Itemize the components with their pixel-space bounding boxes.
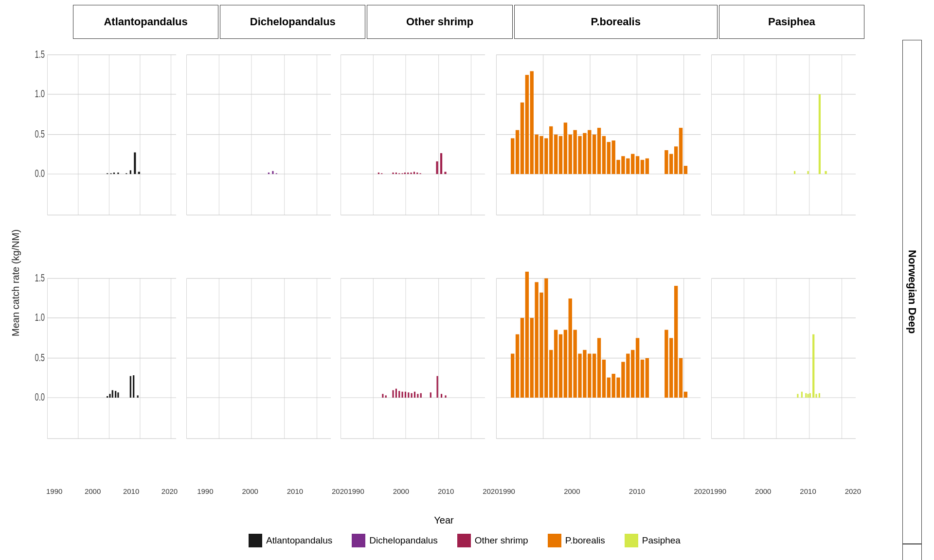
x-tick-2010-4: 2010 [629,487,645,495]
svg-rect-211 [631,350,634,398]
svg-rect-214 [645,358,648,398]
svg-rect-114 [794,171,795,174]
norwegian-deep-label: Norwegian Deep [902,40,922,544]
svg-rect-19 [130,170,131,174]
svg-rect-236 [816,394,817,398]
chart-pbor-skag [490,263,707,487]
panel-other-norw [336,40,490,263]
panel-other-skag [336,263,490,487]
panel-pas-norw [706,40,861,263]
svg-rect-90 [607,142,610,174]
svg-rect-54 [413,172,415,174]
svg-text:1.0: 1.0 [35,311,45,323]
right-label-norwegian: Norwegian Deep [861,40,924,544]
top-label-othershrimp: Other shrimp [367,5,512,39]
svg-rect-71 [516,130,519,174]
svg-rect-115 [808,171,809,174]
svg-rect-191 [535,282,538,398]
x-tick-1990-2: 1990 [197,487,213,495]
chart-atl-skag: 1.5 1.0 0.5 0.0 [27,263,181,487]
svg-rect-190 [530,318,533,398]
top-label-dichelopandalus: Dichelopandalus [220,5,365,39]
svg-rect-33 [272,171,273,174]
x-tick-2000-4: 2000 [564,487,580,495]
svg-rect-200 [578,354,581,398]
svg-rect-164 [398,391,400,398]
svg-rect-187 [516,334,519,398]
svg-rect-132 [107,396,108,398]
svg-rect-138 [133,375,134,398]
svg-rect-97 [641,160,644,174]
legend: Atlantopandalus Dichelopandalus Other sh… [5,526,924,555]
svg-rect-101 [674,146,678,174]
svg-rect-70 [511,138,514,174]
svg-rect-92 [616,160,620,174]
svg-rect-234 [809,393,811,398]
svg-rect-88 [597,128,601,174]
legend-label-pborealis: P.borealis [565,535,605,546]
svg-rect-80 [559,136,562,174]
svg-rect-57 [436,161,438,174]
svg-rect-102 [679,128,683,174]
svg-rect-215 [665,330,668,398]
legend-label-atlantopandalus: Atlantopandalus [266,535,332,546]
legend-othershrimp: Other shrimp [457,534,528,547]
svg-rect-116 [819,94,821,174]
svg-rect-89 [602,136,606,174]
svg-rect-208 [616,378,620,398]
svg-text:1.0: 1.0 [35,88,45,99]
svg-rect-172 [430,392,431,398]
svg-rect-209 [621,362,625,398]
chart-other-skag [336,263,490,487]
svg-rect-206 [607,378,610,398]
main-area: Mean catch rate (kg/NM) [5,40,924,526]
svg-rect-198 [568,298,572,398]
x-tick-2000-5: 2000 [755,487,771,495]
svg-rect-217 [674,286,678,398]
panel-dich-norw [181,40,336,263]
svg-text:0.5: 0.5 [35,351,45,363]
svg-rect-160 [382,394,383,398]
panel-atl-skag: 1.5 1.0 0.5 0.0 [27,263,181,487]
x-tick-1990-3: 1990 [348,487,364,495]
svg-rect-161 [385,395,387,398]
svg-rect-231 [801,392,803,398]
panel-pbor-skag [490,263,707,487]
x-tick-2000-3: 2000 [393,487,409,495]
svg-rect-165 [402,392,403,398]
svg-rect-15 [110,173,112,174]
svg-rect-56 [420,173,421,174]
svg-rect-17 [117,173,119,174]
right-labels: Norwegian Deep Skagerrak [861,40,924,526]
svg-rect-134 [112,390,113,398]
svg-rect-78 [549,126,553,174]
top-label-atlantopandalus: Atlantopandalus [73,5,218,39]
row-skagerrak: 1.5 1.0 0.5 0.0 [27,263,861,487]
svg-rect-167 [408,392,409,398]
x-tick-2000-2: 2000 [242,487,258,495]
svg-rect-162 [393,390,394,398]
chart-atl-norw: 1.5 1.0 0.5 0.0 [27,40,181,263]
svg-rect-53 [411,173,412,174]
svg-rect-55 [416,173,418,174]
svg-rect-58 [440,153,442,174]
chart-container: Atlantopandalus Dichelopandalus Other sh… [0,0,934,560]
svg-rect-50 [402,173,403,174]
legend-pasiphea: Pasiphea [625,534,681,547]
svg-rect-77 [544,138,548,174]
svg-rect-76 [539,136,543,174]
legend-label-dichelopandalus: Dichelopandalus [369,535,438,546]
svg-rect-94 [626,158,629,174]
svg-rect-79 [554,135,557,174]
svg-rect-14 [107,173,108,174]
svg-rect-34 [275,173,277,174]
svg-rect-173 [437,376,438,398]
x-tick-2000-1: 2000 [85,487,101,495]
x-tick-2010-2: 2010 [287,487,303,495]
svg-rect-186 [511,354,514,398]
panel-atl-norw: 1.5 1.0 0.5 0.0 [27,40,181,263]
svg-rect-32 [268,173,269,174]
x-tick-2010-3: 2010 [438,487,454,495]
svg-rect-45 [378,173,379,174]
svg-rect-171 [420,393,422,398]
